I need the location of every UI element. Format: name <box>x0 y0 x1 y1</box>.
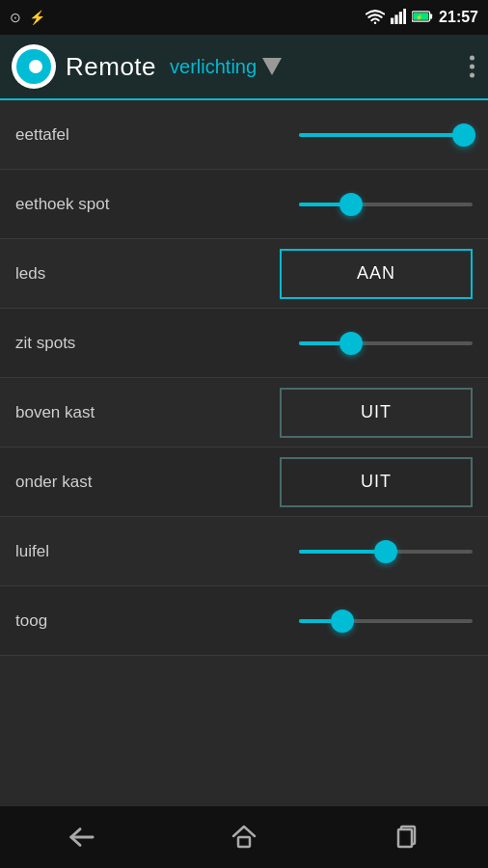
control-right-toog <box>160 619 473 623</box>
status-bar: ⊙ ⚡ ⚡ 2 <box>0 0 488 35</box>
signal-icon <box>391 9 406 27</box>
app-subtitle: verlichting <box>170 56 257 78</box>
control-row-eettafel: eettafel <box>0 100 488 170</box>
slider-eethoek-spot[interactable] <box>299 203 473 206</box>
control-right-onder-kast: UIT <box>160 457 473 507</box>
usb-icon: ⚡ <box>29 10 45 25</box>
recent-button[interactable] <box>384 814 430 860</box>
home-icon <box>231 825 257 850</box>
label-onder-kast: onder kast <box>15 473 160 492</box>
label-toog: toog <box>15 611 160 631</box>
clock: 21:57 <box>439 9 478 26</box>
recent-icon <box>394 825 420 850</box>
app-bar: Remote verlichting <box>0 35 488 100</box>
control-row-eethoek-spot: eethoek spot <box>0 170 488 239</box>
control-right-boven-kast: UIT <box>160 388 473 438</box>
toggle-boven-kast[interactable]: UIT <box>280 388 473 438</box>
svg-rect-10 <box>238 837 250 847</box>
label-boven-kast: boven kast <box>15 403 160 422</box>
wifi-icon <box>366 9 385 27</box>
control-row-luifel: luifel <box>0 517 488 586</box>
control-right-eettafel <box>160 133 473 137</box>
home-button[interactable] <box>221 814 267 860</box>
back-button[interactable] <box>58 814 104 860</box>
control-row-boven-kast: boven kast UIT <box>0 378 488 448</box>
svg-point-0 <box>374 21 377 24</box>
app-logo-inner <box>16 49 51 84</box>
back-icon <box>68 827 95 848</box>
label-luifel: luifel <box>15 542 160 561</box>
label-leds: leds <box>15 264 160 284</box>
toggle-leds[interactable]: AAN <box>280 249 473 299</box>
menu-dot-2 <box>470 65 474 69</box>
svg-rect-2 <box>394 14 397 24</box>
slider-zit-spots[interactable] <box>299 341 473 345</box>
control-right-leds: AAN <box>160 249 473 299</box>
android-icon: ⊙ <box>10 10 21 25</box>
menu-dot-1 <box>470 56 474 61</box>
label-zit-spots: zit spots <box>15 334 160 353</box>
signal-triangle-icon <box>262 58 282 75</box>
toggle-onder-kast[interactable]: UIT <box>280 457 473 507</box>
svg-rect-1 <box>391 17 393 23</box>
control-right-eethoek-spot <box>160 203 473 206</box>
app-logo-dot <box>29 60 42 73</box>
control-right-zit-spots <box>160 341 473 345</box>
slider-luifel[interactable] <box>299 550 473 554</box>
overflow-menu-button[interactable] <box>470 56 474 78</box>
app-title: Remote <box>66 52 156 82</box>
label-eethoek-spot: eethoek spot <box>15 195 160 214</box>
menu-dot-3 <box>470 73 474 78</box>
control-row-toog: toog <box>0 586 488 656</box>
label-eettafel: eettafel <box>15 125 160 145</box>
battery-icon: ⚡ <box>412 9 433 27</box>
svg-rect-3 <box>399 12 402 24</box>
app-logo <box>12 44 56 89</box>
status-bar-left: ⊙ ⚡ <box>10 10 45 25</box>
svg-rect-6 <box>430 14 433 18</box>
status-bar-right: ⚡ 21:57 <box>366 9 478 27</box>
svg-rect-12 <box>398 829 412 847</box>
bottom-nav <box>0 806 488 868</box>
content-area: eettafel eethoek spot leds AAN zit spots <box>0 100 488 806</box>
control-row-leds: leds AAN <box>0 239 488 309</box>
control-row-zit-spots: zit spots <box>0 309 488 378</box>
slider-toog[interactable] <box>299 619 473 623</box>
svg-rect-4 <box>403 9 406 24</box>
control-row-onder-kast: onder kast UIT <box>0 448 488 517</box>
control-right-luifel <box>160 550 473 554</box>
svg-text:⚡: ⚡ <box>416 14 423 21</box>
slider-eettafel[interactable] <box>299 133 473 137</box>
